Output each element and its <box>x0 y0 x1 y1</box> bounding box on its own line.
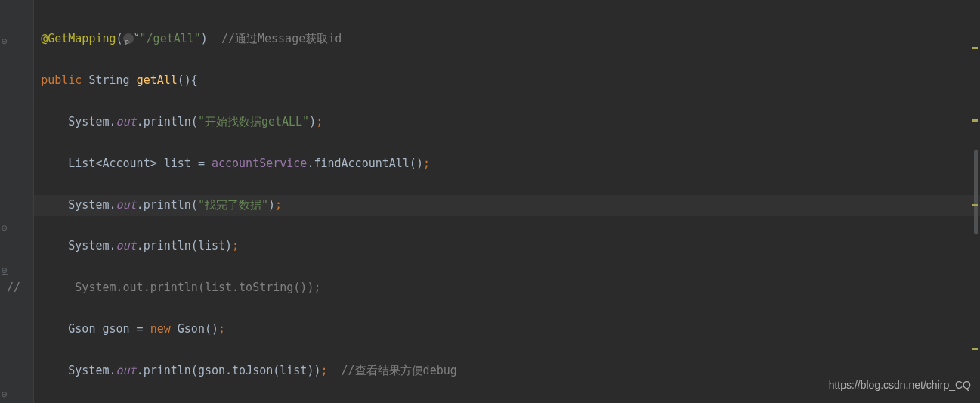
string: "开始找数据getALL" <box>198 115 309 129</box>
code-line[interactable]: public String getAll(){ <box>0 70 980 91</box>
class-ref: System <box>68 239 109 253</box>
field: out <box>116 198 137 212</box>
field: accountService <box>212 157 307 170</box>
method-name: getAll <box>137 73 178 87</box>
keyword: new <box>150 322 178 336</box>
punct: ) <box>309 115 316 129</box>
comment: //查看结果方便debug <box>342 364 457 377</box>
code-line[interactable]: // System.out.println(list.toString()); <box>0 277 980 298</box>
decl: List<Account> list = <box>68 157 212 170</box>
field: out <box>116 364 137 377</box>
class-ref: System <box>68 198 109 212</box>
annotation: @GetMapping <box>41 32 116 45</box>
url-path: "/getAll" <box>140 32 201 45</box>
code-line[interactable]: List<Account> list = accountService.find… <box>0 153 980 174</box>
call: .println( <box>137 115 198 129</box>
marker-warning[interactable] <box>972 348 978 350</box>
comment: System.out.println(list.toString()); <box>20 281 320 294</box>
decl: Gson gson = <box>68 322 150 336</box>
string: "找完了数据" <box>198 198 268 212</box>
minimap-scrollbar[interactable] <box>972 0 978 403</box>
type: String <box>88 73 136 87</box>
code-line[interactable]: System.out.println("开始找数据getALL"); <box>0 112 980 132</box>
call: .println( <box>137 198 198 212</box>
class-ref: System <box>68 115 109 129</box>
scrollbar-thumb[interactable] <box>974 150 978 234</box>
call: .println(gson.toJson(list)) <box>137 364 321 377</box>
punct: ) <box>268 198 275 212</box>
call: .findAccountAll() <box>307 157 423 170</box>
code-line[interactable]: System.out.println(list); <box>0 236 980 256</box>
code-line[interactable]: Gson gson = new Gson(); <box>0 319 980 339</box>
code-line[interactable]: System.out.println("找完了数据"); <box>0 195 980 215</box>
code-editor[interactable]: @GetMapping(˅"/getAll") //通过Message获取id … <box>0 8 980 403</box>
keyword: public <box>41 73 88 87</box>
code-line[interactable]: @GetMapping(˅"/getAll") //通过Message获取id <box>0 29 980 49</box>
field: out <box>116 115 137 129</box>
call: .println(list) <box>137 239 232 253</box>
class-ref: System <box>68 364 109 377</box>
marker-warning[interactable] <box>972 47 978 49</box>
call: Gson() <box>178 322 218 336</box>
param-hint-icon <box>123 33 134 44</box>
comment-marker: // <box>7 281 20 294</box>
marker-warning[interactable] <box>972 119 978 122</box>
comment: //通过Message获取id <box>221 32 342 45</box>
watermark: https://blog.csdn.net/chirp_CQ <box>829 375 971 395</box>
field: out <box>116 239 137 253</box>
marker-warning[interactable] <box>972 204 978 206</box>
